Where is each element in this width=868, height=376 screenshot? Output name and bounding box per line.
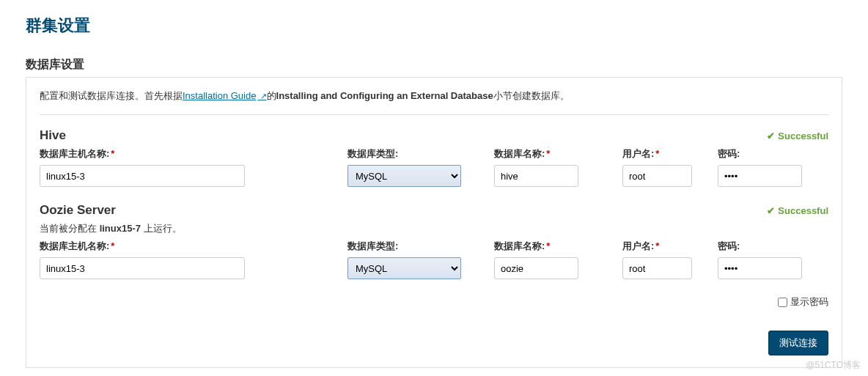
service-title: Oozie Server — [40, 203, 116, 218]
host-label: 数据库主机名称:* — [40, 240, 347, 253]
service-block-hive: Hive ✔Successful 数据库主机名称:* 数据库类型: MySQL … — [40, 128, 828, 187]
service-block-oozie: Oozie Server ✔Successful 当前被分配在 linux15-… — [40, 203, 828, 279]
instruction-bold: Installing and Configuring an External D… — [276, 90, 493, 101]
host-label: 数据库主机名称:* — [40, 147, 347, 161]
user-input[interactable] — [622, 165, 692, 187]
host-input[interactable] — [40, 257, 245, 279]
check-icon: ✔ — [767, 205, 775, 216]
watermark: @51CTO博客 — [806, 359, 861, 372]
show-password-label: 显示密码 — [790, 295, 828, 309]
status-badge: ✔Successful — [767, 205, 828, 216]
name-label: 数据库名称:* — [494, 240, 622, 253]
host-input[interactable] — [40, 165, 245, 187]
type-label: 数据库类型: — [347, 240, 494, 253]
instruction-post: 小节创建数据库。 — [493, 90, 570, 101]
service-note: 当前被分配在 linux15-7 上运行。 — [40, 222, 828, 235]
type-select[interactable]: MySQL — [347, 257, 461, 279]
section-title: 数据库设置 — [26, 57, 842, 78]
external-link-icon: ↗ — [257, 92, 266, 100]
instruction-pre: 配置和测试数据库连接。首先根据 — [40, 90, 183, 101]
pass-label: 密码: — [718, 240, 828, 253]
pass-input[interactable] — [718, 165, 802, 187]
user-input[interactable] — [622, 257, 692, 279]
database-settings-panel: 配置和测试数据库连接。首先根据Installation Guide ↗的Inst… — [26, 77, 842, 368]
test-connection-button[interactable]: 测试连接 — [768, 331, 828, 355]
pass-label: 密码: — [718, 147, 828, 161]
service-title: Hive — [40, 128, 66, 143]
instruction-text: 配置和测试数据库连接。首先根据Installation Guide ↗的Inst… — [40, 89, 828, 115]
check-icon: ✔ — [767, 130, 775, 141]
name-input[interactable] — [494, 257, 578, 279]
user-label: 用户名:* — [622, 240, 718, 253]
show-password-input[interactable] — [778, 298, 787, 307]
pass-input[interactable] — [718, 257, 802, 279]
name-label: 数据库名称:* — [494, 147, 622, 161]
name-input[interactable] — [494, 165, 578, 187]
instruction-mid: 的 — [267, 90, 276, 101]
type-select[interactable]: MySQL — [347, 165, 461, 187]
status-badge: ✔Successful — [767, 130, 828, 141]
type-label: 数据库类型: — [347, 147, 494, 161]
page-title: 群集设置 — [26, 15, 842, 37]
user-label: 用户名:* — [622, 147, 718, 161]
show-password-checkbox[interactable]: 显示密码 — [778, 295, 828, 309]
installation-guide-link[interactable]: Installation Guide ↗ — [183, 90, 267, 101]
